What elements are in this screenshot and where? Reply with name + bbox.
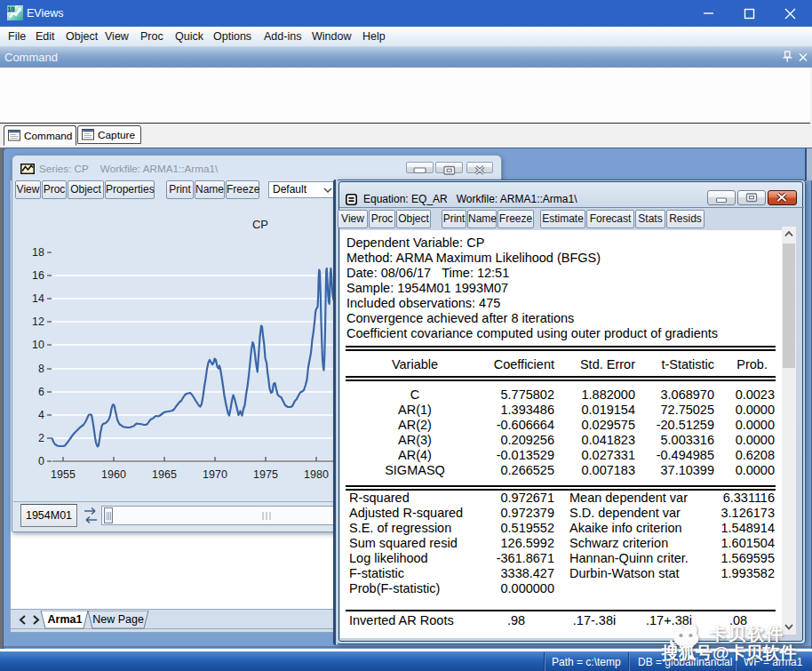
svg-text:1965: 1965 (152, 468, 177, 481)
svg-text:1980: 1980 (304, 468, 329, 481)
svg-text:2: 2 (38, 432, 44, 444)
svg-text:18: 18 (32, 246, 44, 259)
svg-text:14: 14 (32, 292, 44, 305)
svg-text:10: 10 (32, 339, 44, 351)
svg-text:12: 12 (32, 316, 44, 328)
svg-text:16: 16 (32, 269, 44, 282)
svg-text:1955: 1955 (51, 468, 76, 481)
svg-text:6: 6 (38, 386, 44, 398)
svg-text:0: 0 (38, 455, 44, 467)
svg-text:1960: 1960 (101, 468, 126, 481)
svg-text:CP: CP (252, 218, 268, 231)
svg-text:New Page: New Page (92, 613, 144, 626)
svg-text:8: 8 (38, 363, 44, 375)
svg-text:10: 10 (8, 6, 15, 12)
svg-text:Arma1: Arma1 (48, 613, 83, 626)
svg-text:1970: 1970 (203, 468, 227, 481)
svg-text:4: 4 (38, 409, 44, 421)
svg-text:1975: 1975 (253, 468, 278, 481)
